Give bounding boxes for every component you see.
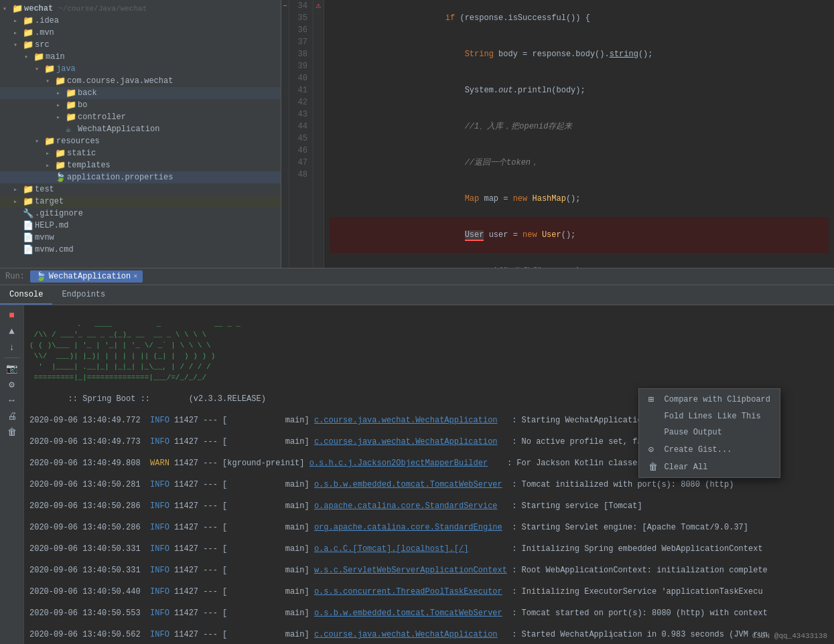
ctx-label-compare: Compare with Clipboard (665, 395, 770, 404)
tree-label-java: java (56, 64, 76, 74)
java-folder-icon: 📁 (44, 64, 56, 74)
tree-label-bo: bo (78, 100, 87, 110)
tree-label-helpmd: HELP.md (35, 221, 68, 230)
log-line-4: 2020-09-06 13:40:50.281 INFO 11427 --- [… (29, 479, 829, 490)
tab-console[interactable]: Console (0, 286, 52, 305)
context-menu: ⊞ Compare with Clipboard Fold Lines Like… (638, 388, 780, 478)
spring-icon: 🍃 (36, 271, 46, 282)
line-numbers: 3435363738 3940414243 4445464748 (289, 0, 314, 268)
tree-arrow: ▸ (13, 29, 23, 37)
code-line-35: String body = response.body().string(); (330, 36, 829, 72)
gitignore-icon: 🔧 (23, 208, 35, 219)
log-line-7: 2020-09-06 13:40:50.331 INFO 11427 --- [… (29, 544, 829, 554)
tree-label-controller: controller (78, 112, 126, 122)
tree-path: ~/course/Java/wechat (58, 5, 147, 13)
cmd-icon: 📄 (23, 244, 35, 255)
tree-label-wechat: wechat (24, 4, 53, 13)
separator (4, 357, 20, 358)
scroll-down-button[interactable]: ↓ (3, 340, 21, 355)
code-line-43: map.put("gdhfhf" , user); (330, 253, 829, 268)
error-gutter: ⚠ (314, 0, 324, 268)
tree-arrow: ▸ (46, 161, 55, 169)
tree-item-mvnw[interactable]: ▸ 📄 mvnw (0, 232, 281, 244)
ctx-create-gist[interactable]: ⊙ Create Gist... (639, 440, 780, 459)
trash-button[interactable]: 🗑 (3, 425, 21, 440)
tree-label-static: static (67, 149, 96, 158)
tree-item-test[interactable]: ▸ 📁 test (0, 183, 281, 195)
print-button[interactable]: 🖨 (3, 409, 21, 424)
tab-endpoints[interactable]: Endpoints (52, 286, 115, 305)
ctx-pause-output[interactable]: Pause Output (639, 424, 780, 440)
ctx-clear-all[interactable]: 🗑 Clear All (639, 459, 780, 476)
tree-label-idea: .idea (35, 16, 59, 25)
code-line-40: //返回一个token， (330, 145, 829, 181)
code-line-36: System.out.println(body); (330, 72, 829, 108)
run-bar: Run: 🍃 WechatApplication × (0, 268, 834, 285)
ctx-label-pause: Pause Output (665, 428, 722, 437)
tree-item-target[interactable]: ▸ 📁 target (0, 195, 281, 208)
tree-arrow: ▸ (56, 101, 66, 109)
console-sidebar: ■ ▲ ↓ 📷 ⚙ ↔ 🖨 🗑 (0, 305, 24, 644)
ctx-fold-lines[interactable]: Fold Lines Like This (639, 408, 780, 424)
tree-item-helpmd[interactable]: ▸ 📄 HELP.md (0, 220, 281, 232)
tree-label-main: main (46, 52, 65, 62)
tree-arrow: ▾ (35, 65, 44, 73)
trash-ctx-icon: 🗑 (648, 462, 659, 473)
tree-item-appprops[interactable]: ▸ 🍃 application.properties (0, 171, 281, 183)
ctx-label-clear: Clear All (665, 463, 708, 472)
tree-label-mvnwcmd: mvnw.cmd (35, 245, 74, 254)
log-line-6: 2020-09-06 13:40:50.286 INFO 11427 --- [… (29, 522, 829, 533)
cursor-position: | (610, 632, 614, 640)
folder-icon: 📁 (66, 100, 78, 110)
tree-item-java[interactable]: ▾ 📁 java (0, 63, 281, 75)
watermark: CSDN @qq_43433138 (752, 632, 827, 640)
tree-item-mvnwcmd[interactable]: ▸ 📄 mvnw.cmd (0, 244, 281, 256)
folder-icon: 📁 (33, 52, 46, 62)
ctx-label-gist: Create Gist... (665, 445, 732, 455)
tree-label-mvn: .mvn (35, 28, 54, 37)
tree-item-templates[interactable]: ▸ 📁 templates (0, 159, 281, 171)
folder-icon: 📁 (23, 39, 35, 50)
rerun-button[interactable]: ▲ (3, 324, 21, 339)
tree-label-com: com.course.java.wechat (67, 76, 173, 86)
tree-item-idea[interactable]: ▸ 📁 .idea (0, 15, 281, 27)
tree-item-controller[interactable]: ▸ 📁 controller (0, 111, 281, 123)
run-app-tab[interactable]: 🍃 WechatApplication × (30, 270, 143, 283)
compare-icon: ⊞ (648, 394, 659, 405)
tree-label-target: target (35, 197, 64, 206)
folder-icon: 📁 (55, 160, 67, 171)
tree-arrow: ▸ (13, 17, 23, 25)
tree-arrow: ▸ (56, 113, 66, 121)
gutter-left: ─ (281, 0, 289, 268)
tree-label-templates: templates (67, 161, 111, 170)
ctx-compare-clipboard[interactable]: ⊞ Compare with Clipboard (639, 390, 780, 408)
code-line-42: User user = new User(); (330, 217, 829, 253)
tree-item-src[interactable]: ▾ 📁 src (0, 39, 281, 51)
tree-item-com[interactable]: ▾ 📁 com.course.java.wechat (0, 75, 281, 87)
tree-arrow: ▾ (3, 5, 12, 13)
tree-item-resources[interactable]: ▾ 📁 resources (0, 135, 281, 147)
tree-item-gitignore[interactable]: ▸ 🔧 .gitignore (0, 208, 281, 220)
tree-item-back[interactable]: ▸ 📁 back (0, 87, 281, 99)
ctx-label-fold: Fold Lines Like This (665, 412, 761, 421)
camera-button[interactable]: 📷 (3, 361, 21, 376)
wrap-button[interactable]: ↔ (3, 393, 21, 408)
tree-arrow: ▾ (35, 137, 44, 145)
tree-item-wechat[interactable]: ▾ 📁 wechat ~/course/Java/wechat (0, 3, 281, 15)
tree-item-wechatapp[interactable]: ▸ ☕ WechatApplication (0, 123, 281, 135)
tree-label-mvnw: mvnw (35, 233, 54, 242)
stop-button[interactable]: ■ (3, 308, 21, 323)
tree-label-back: back (78, 88, 97, 98)
close-tab-button[interactable]: × (133, 273, 137, 280)
tree-item-main[interactable]: ▾ 📁 main (0, 51, 281, 63)
tree-item-bo[interactable]: ▸ 📁 bo (0, 99, 281, 111)
tree-label-resources: resources (56, 137, 100, 146)
code-content[interactable]: if (response.isSuccessful()) { String bo… (324, 0, 834, 268)
run-app-name: WechatApplication (49, 272, 131, 281)
tree-label-wechatapp: WechatApplication (78, 125, 159, 134)
code-line-34: if (response.isSuccessful()) { (330, 0, 829, 36)
settings-button[interactable]: ⚙ (3, 377, 21, 392)
tree-item-static[interactable]: ▸ 📁 static (0, 147, 281, 159)
file-icon: 📄 (23, 232, 35, 243)
tree-item-mvn[interactable]: ▸ 📁 .mvn (0, 27, 281, 39)
